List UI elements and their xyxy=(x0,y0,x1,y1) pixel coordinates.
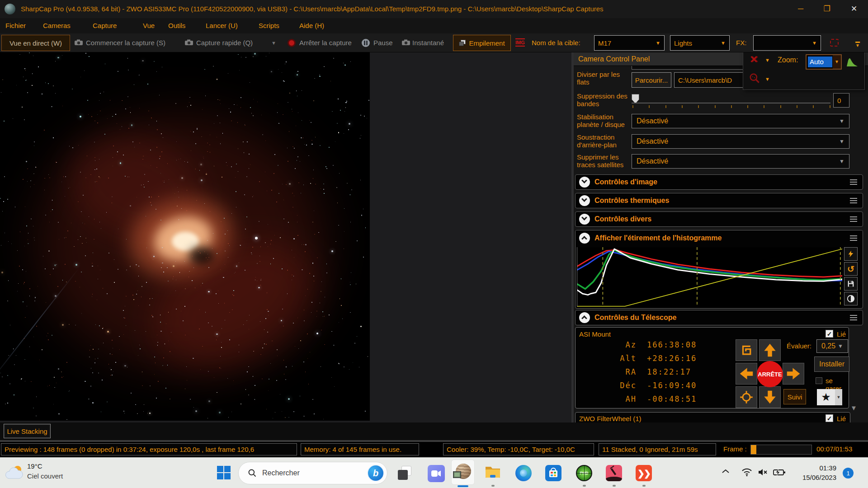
undo-icon: ↺ xyxy=(847,264,854,274)
auto-stretch-button[interactable] xyxy=(844,247,858,261)
start-button[interactable] xyxy=(216,465,231,480)
snapshot-button[interactable]: Instantané xyxy=(412,33,444,52)
tray-clock[interactable]: 01:39 15/06/2023 xyxy=(789,463,836,482)
ms-store-icon[interactable] xyxy=(545,465,561,481)
planetarium-icon[interactable] xyxy=(606,465,622,481)
file-explorer-icon[interactable] xyxy=(485,465,501,479)
flats-browse-button[interactable]: Parcourir... xyxy=(632,72,671,88)
section-menu-icon[interactable] xyxy=(850,314,857,322)
notification-badge[interactable]: 1 xyxy=(843,468,854,479)
restore-button[interactable]: ❐ xyxy=(816,0,837,18)
satellite-trails-select[interactable]: Désactivé ▼ xyxy=(632,154,849,169)
battery-charging-icon[interactable] xyxy=(773,468,786,476)
mount-stop-button[interactable]: ARRÊTE xyxy=(757,361,783,387)
section-menu-icon[interactable] xyxy=(850,197,857,205)
toolbar-overflow-icon[interactable]: ▬▼ xyxy=(854,39,862,47)
goto-target-button[interactable] xyxy=(736,386,757,408)
wifi-icon[interactable] xyxy=(741,468,752,477)
section-telescope-controls[interactable]: Contrôles du Télescope xyxy=(575,310,863,325)
weather-temp[interactable]: 19°C xyxy=(27,462,42,470)
tracking-button[interactable]: Suivi xyxy=(783,389,806,404)
reticle-dropdown-icon[interactable]: ▼ xyxy=(765,57,770,63)
menu-capture[interactable]: Capture xyxy=(93,18,117,33)
spiral-search-button[interactable] xyxy=(736,339,757,361)
section-menu-icon[interactable] xyxy=(850,215,857,223)
slew-rate-value: 0,25 xyxy=(821,342,835,350)
chat-icon[interactable] xyxy=(428,465,445,482)
section-misc-controls[interactable]: Contrôles divers xyxy=(575,211,863,227)
zoom-select[interactable]: Auto ▼ xyxy=(806,54,842,70)
sharpcap-taskbar-active[interactable] xyxy=(451,460,475,485)
histogram-toggle-icon[interactable] xyxy=(846,56,858,69)
stop-capture-button[interactable]: Arrêter la capture xyxy=(299,33,352,52)
fx-select[interactable]: ▼ xyxy=(753,35,821,51)
background-subtract-select[interactable]: Désactivé ▼ xyxy=(632,134,849,149)
magnifier-dropdown-icon[interactable]: ▼ xyxy=(765,76,770,82)
menu-fichier[interactable]: Fichier xyxy=(5,18,26,33)
reset-stretch-button[interactable]: ↺ xyxy=(844,262,858,276)
volume-muted-icon[interactable] xyxy=(758,468,769,477)
filterwheel-device-name: ZWO FilterWheel (1) xyxy=(579,415,642,422)
stacking-button[interactable]: Empilement xyxy=(453,35,511,51)
banding-value-box[interactable]: 0 xyxy=(833,93,849,108)
quick-capture-dropdown-icon[interactable]: ▼ xyxy=(271,33,276,52)
menu-scripts[interactable]: Scripts xyxy=(259,18,279,33)
zoom-magnifier-icon[interactable] xyxy=(749,72,760,86)
slew-down-button[interactable] xyxy=(759,386,781,408)
weather-icon[interactable] xyxy=(5,464,24,482)
live-stacking-tab[interactable]: Live Stacking xyxy=(4,424,51,438)
stabilization-select[interactable]: Désactivé ▼ xyxy=(632,114,849,128)
remote-app-icon[interactable]: ❯❯ xyxy=(636,465,652,481)
favorites-star-button[interactable]: ★ xyxy=(817,389,835,405)
bing-icon[interactable]: b xyxy=(367,465,384,482)
slew-up-button[interactable] xyxy=(759,339,781,361)
reticle-off-icon[interactable]: ✕ xyxy=(750,54,758,66)
clock-time: 01:39 xyxy=(789,463,836,473)
section-menu-icon[interactable] xyxy=(850,178,857,186)
tray-expand-icon[interactable] xyxy=(722,469,730,474)
banding-slider-track[interactable] xyxy=(632,103,830,103)
live-view-button[interactable]: Vue en direct (W) xyxy=(1,35,70,51)
menu-aide[interactable]: Aide (H) xyxy=(299,18,324,33)
task-view-icon[interactable] xyxy=(397,465,413,481)
background-dropdown-icon: ▼ xyxy=(839,138,844,145)
menu-lancer[interactable]: Lancer (U) xyxy=(206,18,238,33)
selection-area-icon[interactable] xyxy=(830,39,839,47)
slew-left-button[interactable] xyxy=(736,363,757,385)
favorites-dropdown-icon[interactable]: ▼ xyxy=(835,389,842,405)
status-stacked: 11 Stacked, 0 Ignored, 21m 59s xyxy=(599,443,716,455)
section-histogram-bar[interactable]: Afficher l'étirement de l'histogramme xyxy=(576,230,863,246)
mount-linked-checkbox[interactable]: ✓ xyxy=(826,330,833,338)
phd2-icon[interactable]: PHD xyxy=(576,465,592,481)
park-checkbox[interactable] xyxy=(816,377,822,384)
save-stretch-button[interactable] xyxy=(844,277,858,291)
background-subtract-label: Soustraction d'arrière-plan xyxy=(577,133,631,149)
image-viewport xyxy=(0,52,370,421)
section-histogram-label: Afficher l'étirement de l'histogramme xyxy=(594,234,722,242)
filterwheel-linked-checkbox[interactable]: ✓ xyxy=(826,414,833,422)
menu-vue[interactable]: Vue xyxy=(143,18,155,33)
target-name-select[interactable]: M17 ▼ xyxy=(594,35,665,51)
slew-right-button[interactable] xyxy=(783,363,804,385)
section-thermal-controls[interactable]: Contrôles thermiques xyxy=(575,193,863,208)
start-capture-button[interactable]: Commencer la capture (S) xyxy=(86,33,165,52)
minimize-button[interactable]: ─ xyxy=(790,0,811,18)
menu-cameras[interactable]: Cameras xyxy=(43,18,71,33)
pause-button[interactable]: Pause xyxy=(373,33,393,52)
contrast-button[interactable] xyxy=(844,292,858,305)
panel-scroll-down-icon[interactable]: ▼ xyxy=(850,404,857,412)
slew-rate-select[interactable]: 0,25 ▼ xyxy=(816,339,848,353)
weather-condition[interactable]: Ciel couvert xyxy=(27,472,63,480)
flats-label: Diviser par les flats xyxy=(577,70,631,86)
edge-icon[interactable] xyxy=(515,465,532,481)
search-box[interactable]: Rechercher b xyxy=(238,462,387,484)
mount-linked-label: Lié xyxy=(837,330,846,338)
menu-outils[interactable]: Outils xyxy=(168,18,185,33)
install-button[interactable]: Installer xyxy=(814,357,849,372)
section-menu-icon[interactable] xyxy=(850,234,857,242)
section-image-controls[interactable]: Contrôles d'image xyxy=(575,174,863,190)
banding-slider-thumb[interactable] xyxy=(632,94,639,103)
close-button[interactable]: ✕ xyxy=(844,0,864,18)
frame-type-select[interactable]: Lights ▼ xyxy=(670,35,730,51)
quick-capture-button[interactable]: Capture rapide (Q) xyxy=(196,33,253,52)
